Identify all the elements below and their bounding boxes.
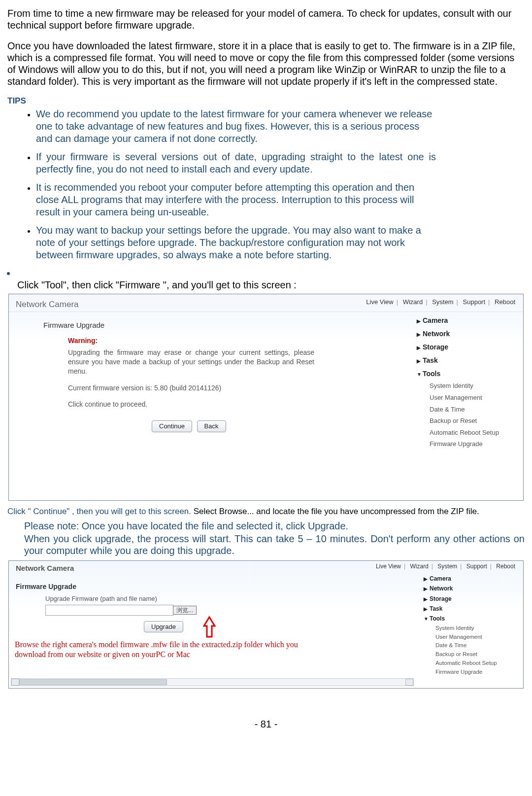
scroll-left-icon[interactable]: [11, 679, 19, 686]
click-continue-text: Click continue to proceed.: [68, 400, 349, 409]
continue-instruction: Click " Continue" , then you will get to…: [7, 507, 525, 517]
firmware-path-input[interactable]: [45, 605, 173, 616]
side-sub-date-time[interactable]: Date & Time: [421, 641, 523, 650]
firmware-upgrade-screenshot-1: Network Camera Live View| Wizard| System…: [8, 294, 524, 501]
side-menu: ▶Camera ▶Network ▶Storage ▶Task ▼Tools S…: [413, 314, 523, 450]
upgrade-duration-line: When you click upgrade, the process will…: [24, 533, 525, 556]
side-sub-system-identity[interactable]: System Identity: [421, 624, 523, 633]
tips-heading: TIPS: [7, 96, 525, 106]
side-sub-backup-reset[interactable]: Backup or Reset: [421, 650, 523, 659]
browse-firmware-note: Browse the right camera's model firmware…: [15, 640, 315, 659]
back-button[interactable]: Back: [197, 420, 226, 432]
chevron-right-icon: ▶: [417, 345, 423, 351]
browse-button[interactable]: 浏览...: [173, 606, 197, 615]
chevron-right-icon: ▶: [424, 586, 430, 592]
side-sub-user-management[interactable]: User Management: [421, 633, 523, 642]
firmware-upgrade-screenshot-2: Network Camera Live View| Wizard| System…: [8, 560, 524, 689]
upgrade-button[interactable]: Upgrade: [144, 621, 183, 633]
red-arrow-annotation: [203, 616, 216, 638]
panel-title: Firmware Upgrade: [43, 321, 349, 330]
side-sub-firmware-upgrade[interactable]: Firmware Upgrade: [421, 668, 523, 677]
top-nav: Live View| Wizard| System| Support| Rebo…: [373, 563, 518, 570]
tip-item: If your firmware is several versions out…: [36, 151, 525, 175]
upgrade-path-label: Upgrade Firmware (path and file name): [45, 595, 325, 603]
nav-reboot[interactable]: Reboot: [493, 563, 518, 570]
empty-bullet: [7, 267, 525, 279]
side-group-tools[interactable]: ▼Tools: [413, 367, 523, 381]
tips-list: We do recommend you update to the latest…: [7, 108, 525, 261]
tip-item: We do recommend you update to the latest…: [36, 108, 525, 145]
scroll-right-icon[interactable]: [405, 679, 413, 686]
chevron-right-icon: ▶: [424, 576, 430, 582]
side-sub-system-identity[interactable]: System Identity: [413, 380, 523, 392]
panel-title: Firmware Upgrade: [16, 583, 325, 591]
chevron-right-icon: ▶: [417, 358, 423, 364]
tip-item: It is recommended you reboot your comput…: [36, 181, 525, 218]
chevron-right-icon: ▶: [424, 606, 430, 612]
nav-live-view[interactable]: Live View: [373, 563, 404, 570]
side-group-tools[interactable]: ▼Tools: [421, 614, 523, 623]
nav-support[interactable]: Support: [464, 563, 490, 570]
side-sub-date-time[interactable]: Date & Time: [413, 404, 523, 415]
nav-reboot[interactable]: Reboot: [492, 298, 518, 306]
side-group-camera[interactable]: ▶Camera: [421, 574, 523, 584]
app-title: Network Camera: [16, 300, 79, 310]
chevron-right-icon: ▶: [417, 318, 423, 324]
side-sub-backup-reset[interactable]: Backup or Reset: [413, 415, 523, 427]
warning-text: Upgrading the firmware may erase or chan…: [68, 348, 314, 376]
side-sub-auto-reboot[interactable]: Automatic Reboot Setup: [421, 659, 523, 668]
chevron-right-icon: ▶: [424, 596, 430, 602]
nav-wizard[interactable]: Wizard: [400, 298, 426, 306]
side-menu: ▶Camera ▶Network ▶Storage ▶Task ▼Tools S…: [421, 574, 523, 677]
side-sub-firmware-upgrade[interactable]: Firmware Upgrade: [413, 438, 523, 450]
scroll-thumb[interactable]: [19, 679, 167, 685]
side-group-task[interactable]: ▶Task: [413, 354, 523, 367]
side-sub-auto-reboot[interactable]: Automatic Reboot Setup: [413, 427, 523, 439]
horizontal-scrollbar[interactable]: [11, 678, 414, 686]
nav-live-view[interactable]: Live View: [363, 298, 396, 306]
page-number: - 81 -: [7, 718, 525, 730]
side-group-camera[interactable]: ▶Camera: [413, 314, 523, 327]
chevron-down-icon: ▼: [417, 372, 423, 378]
warning-label: Warning:: [68, 337, 349, 345]
side-sub-user-management[interactable]: User Management: [413, 392, 523, 404]
app-title: Network Camera: [16, 564, 74, 573]
continue-button[interactable]: Continue: [152, 420, 192, 432]
side-group-task[interactable]: ▶Task: [421, 604, 523, 614]
side-group-network[interactable]: ▶Network: [413, 327, 523, 341]
intro-paragraph-2: Once you have downloaded the latest firm…: [7, 40, 525, 87]
chevron-down-icon: ▼: [424, 616, 430, 622]
nav-system[interactable]: System: [429, 298, 456, 306]
intro-paragraph-1: From time to time a new firmware may be …: [7, 7, 525, 31]
chevron-right-icon: ▶: [417, 332, 423, 338]
please-note-line: Please note: Once you have located the f…: [24, 520, 525, 532]
nav-support[interactable]: Support: [460, 298, 489, 306]
side-group-storage[interactable]: ▶Storage: [413, 341, 523, 354]
side-group-storage[interactable]: ▶Storage: [421, 594, 523, 604]
click-tool-instruction: Click "Tool", then click "Firmware ", an…: [17, 279, 525, 291]
current-version: Current firmware version is: 5.80 (build…: [68, 384, 349, 392]
nav-wizard[interactable]: Wizard: [407, 563, 432, 570]
nav-system[interactable]: System: [434, 563, 460, 570]
side-group-network[interactable]: ▶Network: [421, 584, 523, 593]
top-nav: Live View| Wizard| System| Support| Rebo…: [363, 298, 518, 306]
tip-item: You may want to backup your settings bef…: [36, 224, 525, 261]
